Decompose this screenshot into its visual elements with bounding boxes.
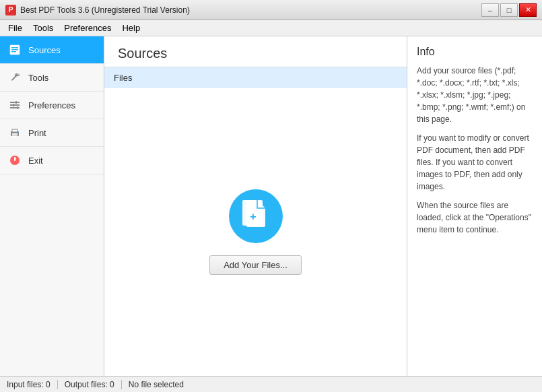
svg-rect-12 bbox=[17, 106, 18, 109]
svg-rect-16 bbox=[12, 135, 18, 137]
drop-area[interactable]: + Add Your Files... bbox=[104, 88, 407, 376]
menu-preferences[interactable]: Preferences bbox=[59, 22, 116, 34]
svg-text:+: + bbox=[250, 211, 256, 222]
sidebar-label-preferences: Preferences bbox=[28, 100, 75, 110]
sidebar-item-print[interactable]: Print bbox=[0, 119, 104, 147]
info-paragraph-2: If you want to modify or convert PDF doc… bbox=[417, 132, 533, 193]
status-input-files: Input files: 0 bbox=[7, 380, 50, 389]
status-divider-1 bbox=[57, 380, 58, 389]
svg-rect-5 bbox=[17, 102, 20, 103]
exit-icon bbox=[8, 154, 22, 167]
sidebar-item-sources[interactable]: Sources bbox=[0, 36, 104, 64]
info-text: Add your source files (*.pdf; *.doc; *.d… bbox=[417, 65, 533, 236]
sources-icon bbox=[8, 43, 22, 57]
file-icon-circle: + bbox=[229, 189, 283, 243]
svg-rect-9 bbox=[18, 107, 20, 108]
app-icon: P bbox=[5, 5, 16, 15]
sidebar-label-print: Print bbox=[28, 128, 46, 138]
status-bar: Input files: 0 Output files: 0 No file s… bbox=[0, 376, 542, 392]
title-bar-buttons: – □ ✕ bbox=[481, 3, 537, 17]
status-no-file: No file selected bbox=[129, 380, 184, 389]
svg-rect-8 bbox=[10, 107, 17, 108]
menu-tools[interactable]: Tools bbox=[28, 22, 59, 34]
info-paragraph-3: When the source files are loaded, click … bbox=[417, 199, 533, 236]
title-bar: P Best PDF Tools 3.6 (Unregistered Trial… bbox=[0, 0, 542, 20]
info-panel: Info Add your source files (*.pdf; *.doc… bbox=[407, 36, 542, 376]
sidebar-item-exit[interactable]: Exit bbox=[0, 147, 104, 174]
sidebar-label-sources: Sources bbox=[28, 45, 61, 55]
svg-rect-14 bbox=[12, 129, 18, 132]
svg-rect-10 bbox=[15, 101, 17, 104]
tools-icon bbox=[8, 71, 22, 84]
svg-rect-2 bbox=[11, 49, 18, 51]
sidebar: Sources Tools bbox=[0, 36, 104, 376]
svg-rect-7 bbox=[14, 104, 20, 106]
content-title: Sources bbox=[118, 46, 393, 61]
svg-rect-1 bbox=[11, 47, 18, 48]
info-paragraph-1: Add your source files (*.pdf; *.doc; *.d… bbox=[417, 65, 533, 125]
sidebar-item-preferences[interactable]: Preferences bbox=[0, 92, 104, 119]
maximize-button[interactable]: □ bbox=[500, 3, 518, 17]
svg-rect-6 bbox=[10, 104, 13, 106]
svg-rect-17 bbox=[18, 132, 19, 133]
svg-rect-11 bbox=[13, 104, 14, 106]
sidebar-label-exit: Exit bbox=[28, 156, 43, 166]
print-icon bbox=[8, 126, 22, 139]
sidebar-label-tools: Tools bbox=[28, 73, 48, 83]
menu-file[interactable]: File bbox=[3, 22, 28, 34]
files-label: Files bbox=[114, 73, 132, 83]
svg-rect-3 bbox=[11, 51, 16, 53]
content-area: Sources Files + Add Your Files... bbox=[104, 36, 407, 376]
menu-bar: File Tools Preferences Help bbox=[0, 20, 542, 36]
svg-rect-4 bbox=[10, 102, 15, 103]
sidebar-item-tools[interactable]: Tools bbox=[0, 64, 104, 92]
files-section-header: Files bbox=[104, 67, 407, 88]
minimize-button[interactable]: – bbox=[481, 3, 499, 17]
close-button[interactable]: ✕ bbox=[519, 3, 537, 17]
status-divider-2 bbox=[121, 380, 122, 389]
status-output-files: Output files: 0 bbox=[65, 380, 114, 389]
main-layout: Sources Tools bbox=[0, 36, 542, 376]
info-title: Info bbox=[417, 46, 533, 58]
add-files-button[interactable]: Add Your Files... bbox=[209, 255, 302, 275]
preferences-icon bbox=[8, 98, 22, 112]
title-bar-text: Best PDF Tools 3.6 (Unregistered Trial V… bbox=[20, 5, 481, 15]
menu-help[interactable]: Help bbox=[116, 22, 145, 34]
svg-rect-15 bbox=[12, 133, 18, 135]
content-header: Sources bbox=[104, 36, 407, 67]
